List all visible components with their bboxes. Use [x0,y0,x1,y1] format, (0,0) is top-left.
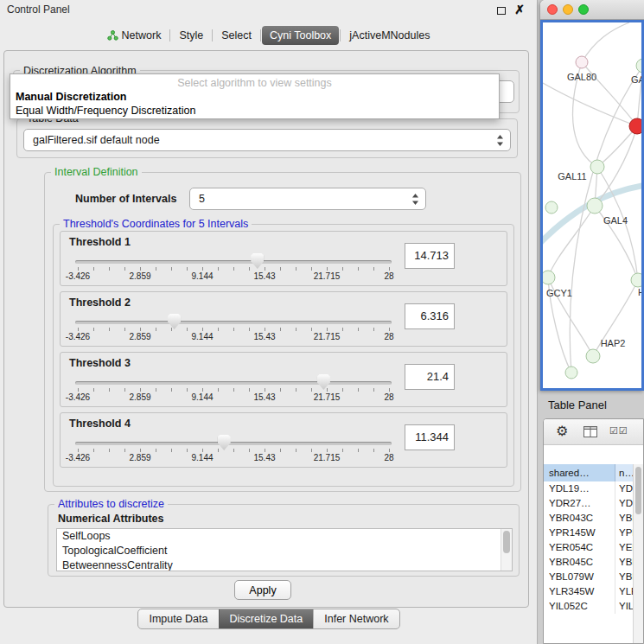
cell-shared-name[interactable]: YLR345W [544,584,615,599]
threshold-value-field[interactable]: 6.316 [405,303,455,329]
network-node[interactable] [565,367,577,379]
slider-track[interactable] [75,321,392,324]
network-node[interactable] [629,118,641,134]
algorithm-dropdown-popup: Select algorithm to view settings Manual… [10,73,500,119]
network-canvas[interactable]: GAL80GAGAL11GAL4GCY1HHAP2 [540,20,644,391]
gear-icon[interactable]: ⚙ [556,423,568,439]
scale-tick-label: 2.859 [129,332,150,341]
network-view-window: GAL80GAGAL11GAL4GCY1HHAP2 [540,0,644,391]
close-traffic-light[interactable] [547,4,558,15]
close-icon[interactable]: ✗ [514,3,525,16]
table-row[interactable]: YER054CYER0 [544,540,634,555]
threshold-slider[interactable]: -3.4262.8599.14415.4321.71528 [78,434,389,467]
cell-shared-name[interactable]: YDL19… [544,481,615,496]
network-edge[interactable] [597,126,637,167]
cell-name[interactable]: YBL0 [615,570,634,584]
network-edge[interactable] [543,83,637,126]
cell-shared-name[interactable]: YBR045C [544,555,615,570]
network-edge[interactable] [582,22,629,62]
tab-impute-data[interactable]: Impute Data [138,609,218,628]
table-row[interactable]: YBL079WYBL0 [544,570,634,584]
apply-button[interactable]: Apply [234,580,291,600]
column-header-shared-name[interactable]: shared… [544,464,615,481]
scale-tick-label: 15.43 [253,271,275,281]
cell-shared-name[interactable]: YPR145W [544,526,615,540]
float-window-icon[interactable] [497,7,506,15]
checkbox-filter-icons[interactable]: ☑☑ [609,425,628,437]
tab-discretize-data[interactable]: Discretize Data [219,609,314,628]
network-node-ga[interactable] [636,59,641,73]
number-of-intervals-select[interactable]: 5 [189,188,426,210]
threshold-value-field[interactable]: 21.4 [405,364,455,390]
table-row[interactable]: YPR145WYPR1 [544,526,634,540]
tab-jactivemnodules[interactable]: jActiveMNodules [341,26,437,45]
tab-network[interactable]: Network [99,26,169,45]
node-label: HAP2 [601,338,626,348]
network-node-gal11[interactable] [590,160,604,174]
scale-tick-label: -3.426 [66,453,90,462]
threshold-value-field[interactable]: 11.344 [405,424,455,450]
tab-infer-network[interactable]: Infer Network [313,609,399,628]
network-node[interactable] [545,201,558,214]
cell-name[interactable]: YPR1 [615,526,634,540]
attribute-item-betweennesscentrality[interactable]: BetweennessCentrality [57,558,512,571]
cell-name[interactable]: YDL1 [615,481,634,496]
table-row[interactable]: YIL052CYIL0 [544,599,634,614]
slider-track[interactable] [75,381,392,385]
network-node-gal80[interactable] [576,56,588,68]
attributes-scrollbar[interactable] [501,529,512,571]
scale-tick-label: 9.144 [191,392,213,402]
zoom-traffic-light[interactable] [578,4,589,15]
cell-shared-name[interactable]: YDR27… [544,496,615,511]
node-label: GA [631,74,641,85]
dropdown-hint: Select algorithm to view settings [10,76,499,90]
threshold-label: Threshold 1 [69,236,131,248]
dropdown-option-manual-discretization[interactable]: Manual Discretization [10,90,499,104]
network-node-hap2[interactable] [586,349,600,363]
slider-track[interactable] [75,260,392,264]
scale-tick-label: -3.426 [66,332,90,341]
cell-shared-name[interactable]: YER054C [544,540,615,555]
cell-name[interactable]: YBR0 [615,555,634,570]
tab-separator [340,29,341,41]
minimize-traffic-light[interactable] [563,4,573,15]
slider-track[interactable] [75,442,392,445]
cell-shared-name[interactable]: YIL052C [544,599,615,614]
table-row[interactable]: YBR043CYBR0 [544,511,634,526]
table-row[interactable]: YLR345WYLR3 [544,584,634,599]
dropdown-option-equal-width-frequency-discretization[interactable]: Equal Width/Frequency Discretization [10,104,499,118]
table-data-select[interactable]: galFiltered.sif default node [23,129,511,151]
threshold-value-field[interactable]: 14.713 [405,243,455,269]
cell-name[interactable]: YER0 [615,540,634,555]
tab-label: Discretize Data [230,613,303,625]
cell-name[interactable]: YBR0 [615,511,634,526]
numerical-attributes-list[interactable]: SelfLoopsTopologicalCoefficientBetweenne… [56,528,513,571]
threshold-slider[interactable]: -3.4262.8599.14415.4321.71528 [78,373,389,406]
table-row[interactable]: YDR27…YDR2 [544,496,634,511]
attribute-item-selfloops[interactable]: SelfLoops [57,529,512,544]
attribute-item-topologicalcoefficient[interactable]: TopologicalCoefficient [57,544,512,558]
table-row[interactable]: YDL19…YDL1 [544,481,634,496]
control-panel-tabs: NetworkStyleSelectCyni ToolboxjActiveMNo… [0,26,537,45]
network-node-h[interactable] [631,273,641,287]
threshold-slider[interactable]: -3.4262.8599.14415.4321.71528 [78,313,389,346]
tab-style[interactable]: Style [171,26,211,45]
network-node-gcy1[interactable] [543,271,555,284]
cell-shared-name[interactable]: YBL079W [544,570,615,584]
network-node-gal4[interactable] [587,198,603,214]
tab-cyni-toolbox[interactable]: Cyni Toolbox [262,26,339,45]
scrollbar-thumb[interactable] [503,531,510,553]
tab-select[interactable]: Select [214,26,259,45]
column-header-name[interactable]: n… [615,464,634,481]
cell-shared-name[interactable]: YBR043C [544,511,615,526]
table-scrollbar[interactable] [633,464,643,643]
cell-name[interactable]: YDR2 [615,496,634,511]
scale-tick-label: 21.715 [314,453,341,462]
scrollbar-thumb[interactable] [635,467,641,514]
cell-name[interactable]: YLR3 [615,584,634,599]
threshold-slider[interactable]: -3.4262.8599.14415.4321.71528 [78,252,389,285]
table-row[interactable]: YBR045CYBR0 [544,555,634,570]
attributes-group-title: Attributes to discretize [54,498,168,510]
cell-name[interactable]: YIL0 [615,599,634,614]
columns-icon[interactable] [583,426,597,437]
